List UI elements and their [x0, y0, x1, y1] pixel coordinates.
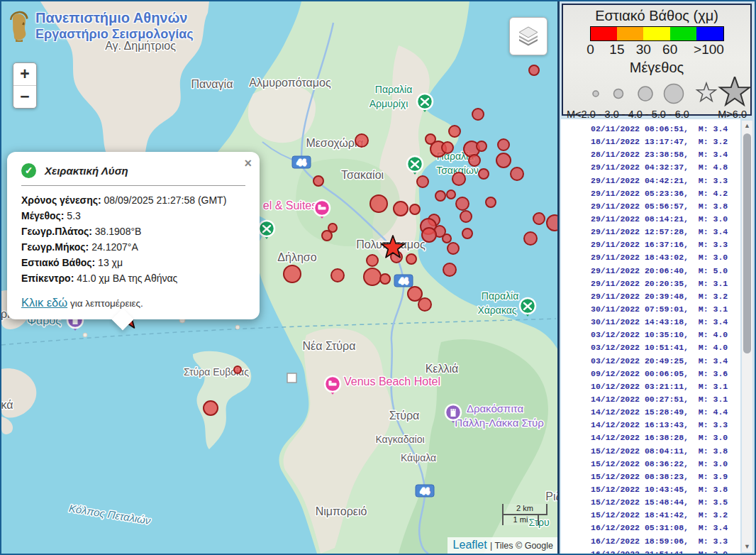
road-badge: 44: [292, 156, 311, 168]
earthquake-marker[interactable]: [452, 172, 465, 185]
tiles-copyright: | Tiles © Google: [490, 541, 553, 551]
earthquake-marker[interactable]: [284, 265, 301, 282]
map-label: Ριζ: [545, 490, 557, 503]
earthquake-marker[interactable]: [511, 167, 523, 180]
earthquake-marker[interactable]: [449, 126, 460, 137]
earthquake-list-row: 29/11/2022 20:39:48, M: 3.2: [561, 292, 740, 304]
earthquake-marker[interactable]: [442, 142, 453, 153]
earthquake-marker[interactable]: [524, 232, 537, 245]
magnitude-scale-label: M<2.0 - 3.0 - 4.0 - 5.0 - 6.0: [567, 109, 689, 120]
scroll-down-icon[interactable]: ▼: [742, 542, 752, 552]
earthquake-marker[interactable]: [331, 269, 344, 282]
popup-close-icon[interactable]: ×: [244, 156, 252, 171]
earthquake-marker[interactable]: [498, 139, 509, 150]
popup-row: Εστιακό Βάθος: 13 χμ: [21, 255, 245, 270]
earthquake-marker[interactable]: [234, 366, 241, 373]
earthquake-marker[interactable]: [406, 254, 416, 264]
earthquake-marker[interactable]: [204, 401, 218, 415]
earthquake-list-row: 29/11/2022 20:20:35, M: 3.1: [561, 279, 740, 292]
magnitude-symbols: [563, 77, 753, 111]
map-canvas[interactable]: Αγ. ΔημήτριοςΠαναγίαΑλμυροπόταμοςΜεσοχώρ…: [1, 1, 557, 554]
earthquake-marker[interactable]: [418, 298, 431, 311]
map-label: Παραλία: [375, 84, 412, 95]
earthquake-marker[interactable]: [422, 228, 436, 242]
earthquake-marker[interactable]: [486, 197, 496, 207]
earthquake-list-row: 03/12/2022 20:49:25, M: 3.4: [561, 356, 740, 369]
map-label: Καγκαδαίοι: [375, 434, 424, 445]
square-marker[interactable]: [287, 373, 296, 383]
earthquake-marker[interactable]: [367, 255, 378, 266]
depth-color-cell: [643, 27, 669, 40]
earthquake-list-row: 02/11/2022 08:06:51, M: 3.4: [561, 124, 740, 137]
popup-row: Χρόνος γένεσης: 08/09/2025 21:27:58 (GMT…: [21, 192, 245, 208]
depth-tick-label: 0: [587, 42, 594, 57]
map-label: Πάλλη-Λάκκα Στύρ: [455, 417, 543, 429]
earthquake-marker[interactable]: [496, 153, 511, 167]
earthquake-marker[interactable]: [462, 229, 472, 238]
earthquake-marker[interactable]: [469, 155, 480, 166]
earthquake-list-row: 30/11/2022 07:59:01, M: 3.1: [561, 304, 740, 317]
earthquake-list-row: 28/11/2022 23:38:58, M: 3.4: [561, 150, 740, 163]
earthquake-list[interactable]: 02/11/2022 08:06:51, M: 3.418/11/2022 13…: [561, 119, 740, 554]
popup-row: Μέγεθος: 5.3: [21, 208, 245, 224]
earthquake-marker[interactable]: [364, 268, 381, 285]
earthquake-list-row: 16/12/2022 05:31:08, M: 3.4: [561, 523, 740, 536]
popup-row: Γεωγρ.Πλάτος: 38.1908°Β: [21, 224, 245, 239]
earthquake-marker[interactable]: [355, 134, 368, 147]
earthquake-marker[interactable]: [408, 287, 422, 301]
layers-control-button[interactable]: [509, 17, 547, 55]
popup-title: Χειρακτική Λύση: [45, 165, 128, 177]
depth-color-cell: [696, 27, 723, 40]
depth-tick-label: 15: [609, 42, 624, 57]
map-scale-control: 2 km 1 mi: [502, 504, 547, 525]
zoom-out-button[interactable]: −: [13, 86, 36, 108]
map-label: Δρακόσπιτα: [467, 402, 524, 414]
legend-box: Εστιακό Βάθος (χμ) 0153060>100 Μέγεθος M…: [562, 4, 752, 116]
earthquake-list-row: 03/12/2022 10:35:10, M: 4.0: [561, 330, 740, 343]
scrollbar-thumb[interactable]: [743, 133, 751, 353]
earthquake-marker[interactable]: [417, 176, 428, 187]
depth-color-cell: [670, 27, 696, 40]
layers-icon: [516, 23, 541, 49]
earthquake-list-row: 03/12/2022 10:51:41, M: 4.0: [561, 343, 740, 356]
earthquake-list-row: 15/12/2022 10:43:45, M: 3.8: [561, 485, 740, 498]
earthquake-marker[interactable]: [547, 215, 557, 231]
earthquake-marker[interactable]: [533, 213, 545, 224]
zoom-in-button[interactable]: +: [13, 63, 36, 86]
earthquake-marker[interactable]: [380, 274, 390, 284]
map-label: Αλμυροπόταμος: [249, 77, 331, 89]
star-medium-icon: [697, 83, 716, 101]
scroll-up-icon[interactable]: ▲: [742, 121, 752, 131]
earthquake-marker[interactable]: [529, 65, 539, 75]
earthquake-marker[interactable]: [435, 191, 445, 201]
map-label: Παναγία: [191, 78, 233, 90]
earthquake-marker[interactable]: [447, 190, 455, 199]
earthquake-marker[interactable]: [410, 204, 420, 214]
seismology-map-app: Αγ. ΔημήτριοςΠαναγίαΑλμυροπόταμοςΜεσοχώρ…: [0, 0, 756, 555]
earthquake-list-row: 15/12/2022 18:41:42, M: 3.2: [561, 510, 740, 523]
list-scrollbar[interactable]: ▲ ▼: [742, 121, 752, 552]
earthquake-marker[interactable]: [443, 234, 451, 243]
earthquake-marker[interactable]: [479, 169, 489, 179]
earthquake-list-row: 29/11/2022 05:23:36, M: 4.2: [561, 189, 740, 202]
earthquake-marker[interactable]: [448, 243, 459, 254]
earthquake-marker[interactable]: [370, 195, 387, 212]
scale-mi: 1 mi: [502, 514, 539, 525]
earthquake-marker[interactable]: [460, 211, 472, 222]
earthquake-marker[interactable]: [477, 141, 487, 151]
depth-scale-ticks: 0153060>100: [591, 42, 723, 57]
earthquake-marker[interactable]: [443, 263, 456, 276]
earthquake-list-row: 14/12/2022 15:28:49, M: 4.4: [561, 407, 740, 420]
map-label: Venus Beach Hotel: [344, 375, 440, 388]
earthquake-marker[interactable]: [313, 176, 323, 186]
leaflet-link[interactable]: Leaflet: [453, 539, 487, 551]
earthquake-list-row: 16/12/2022 21:51:41, M: 3.0: [561, 549, 740, 554]
details-link[interactable]: Κλικ εδώ: [21, 296, 67, 309]
brand-header: Πανεπιστήμιο Αθηνών Εργαστήριο Σεισμολογ…: [7, 10, 194, 43]
earthquake-marker[interactable]: [322, 231, 332, 241]
earthquake-marker[interactable]: [456, 197, 469, 210]
depth-tick-label: >100: [694, 42, 724, 57]
earthquake-marker[interactable]: [394, 202, 408, 216]
earthquake-marker[interactable]: [472, 109, 484, 120]
earthquake-list-row: 14/12/2022 16:13:43, M: 3.3: [561, 420, 740, 433]
